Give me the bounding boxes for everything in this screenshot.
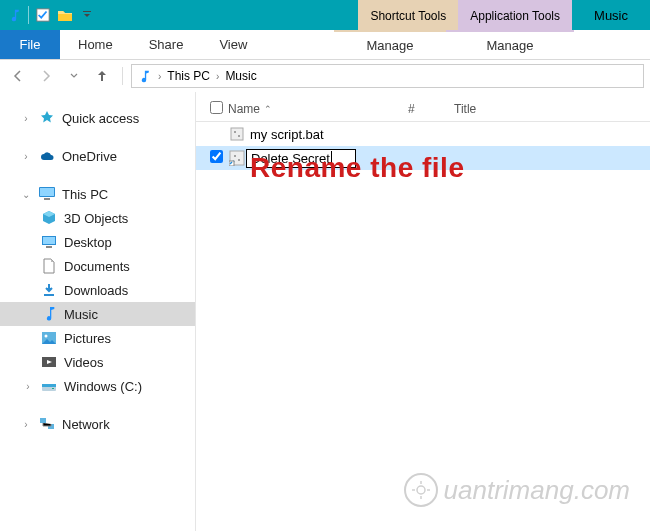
svg-rect-3 <box>40 188 54 196</box>
nav-network[interactable]: › Network <box>0 412 195 436</box>
music-folder-icon <box>136 68 152 84</box>
row-checkbox[interactable] <box>210 150 228 166</box>
chevron-right-icon[interactable]: › <box>156 71 163 82</box>
tab-home[interactable]: Home <box>60 30 131 59</box>
address-bar: › This PC › Music <box>0 60 650 92</box>
nav-quick-access[interactable]: › Quick access <box>0 106 195 130</box>
svg-point-21 <box>234 155 236 157</box>
svg-rect-8 <box>44 294 54 296</box>
nav-label: Downloads <box>64 283 128 298</box>
nav-downloads[interactable]: Downloads <box>0 278 195 302</box>
nav-label: Windows (C:) <box>64 379 142 394</box>
tab-manage-application[interactable]: Manage <box>446 30 574 59</box>
star-icon <box>38 109 56 127</box>
sort-ascending-icon: ⌃ <box>264 104 272 114</box>
nav-label: Videos <box>64 355 104 370</box>
nav-label: This PC <box>62 187 108 202</box>
nav-documents[interactable]: Documents <box>0 254 195 278</box>
checkbox-icon[interactable] <box>35 7 51 23</box>
breadcrumb[interactable]: › This PC › Music <box>131 64 644 88</box>
recent-locations-dropdown[interactable] <box>62 64 86 88</box>
breadcrumb-music[interactable]: Music <box>225 69 256 83</box>
desktop-icon <box>40 233 58 251</box>
picture-icon <box>40 329 58 347</box>
tab-view[interactable]: View <box>201 30 265 59</box>
nav-pictures[interactable]: Pictures <box>0 326 195 350</box>
navigation-pane: › Quick access › OneDrive ⌄ This PC <box>0 92 196 531</box>
nav-this-pc[interactable]: ⌄ This PC <box>0 182 195 206</box>
chevron-down-icon[interactable]: ⌄ <box>20 189 32 200</box>
chevron-right-icon[interactable]: › <box>22 381 34 392</box>
network-icon <box>38 415 56 433</box>
contextual-tab-headers: Shortcut Tools Application Tools Music <box>358 0 650 30</box>
chevron-right-icon[interactable]: › <box>214 71 221 82</box>
chevron-right-icon[interactable]: › <box>20 113 32 124</box>
column-number[interactable]: # <box>408 102 454 116</box>
video-icon <box>40 353 58 371</box>
ribbon: File Home Share View Manage Manage <box>0 30 650 60</box>
quick-access-toolbar <box>0 0 101 30</box>
svg-rect-1 <box>83 11 91 12</box>
document-icon <box>40 257 58 275</box>
application-tools-header: Application Tools <box>458 0 572 30</box>
nav-3d-objects[interactable]: 3D Objects <box>0 206 195 230</box>
svg-rect-6 <box>43 237 55 244</box>
file-name[interactable]: my script.bat <box>246 127 324 142</box>
back-button[interactable] <box>6 64 30 88</box>
column-name[interactable]: Name <box>228 102 260 116</box>
shortcut-file-icon <box>228 149 246 167</box>
nav-videos[interactable]: Videos <box>0 350 195 374</box>
annotation-text: Rename the file <box>250 152 464 184</box>
monitor-icon <box>38 185 56 203</box>
music-app-icon <box>6 7 22 23</box>
bat-file-icon <box>228 125 246 143</box>
title-bar: Shortcut Tools Application Tools Music <box>0 0 650 30</box>
watermark-text: uantrimang.com <box>444 475 630 506</box>
file-tab[interactable]: File <box>0 30 60 59</box>
nav-label: OneDrive <box>62 149 117 164</box>
nav-label: Quick access <box>62 111 139 126</box>
svg-rect-15 <box>40 418 46 423</box>
shortcut-tools-header: Shortcut Tools <box>358 0 458 30</box>
svg-point-24 <box>417 486 425 494</box>
svg-rect-17 <box>231 128 243 140</box>
nav-label: 3D Objects <box>64 211 128 226</box>
svg-rect-4 <box>44 198 50 200</box>
watermark-icon <box>404 473 438 507</box>
download-icon <box>40 281 58 299</box>
chevron-right-icon[interactable]: › <box>20 151 32 162</box>
file-row[interactable]: my script.bat <box>196 122 650 146</box>
qat-dropdown-icon[interactable] <box>79 7 95 23</box>
nav-label: Documents <box>64 259 130 274</box>
file-list-pane: Name ⌃ # Title my script.bat Delete Secr… <box>196 92 650 531</box>
nav-music[interactable]: Music <box>0 302 195 326</box>
music-note-icon <box>40 305 58 323</box>
nav-label: Music <box>64 307 98 322</box>
svg-rect-13 <box>42 384 56 387</box>
select-all-checkbox[interactable] <box>210 101 228 117</box>
chevron-right-icon[interactable]: › <box>20 419 32 430</box>
window-title: Music <box>572 0 650 30</box>
svg-point-22 <box>238 159 240 161</box>
svg-rect-7 <box>46 246 52 248</box>
column-headers[interactable]: Name ⌃ # Title <box>196 96 650 122</box>
svg-rect-14 <box>52 388 54 389</box>
svg-point-19 <box>238 135 240 137</box>
cube-icon <box>40 209 58 227</box>
forward-button[interactable] <box>34 64 58 88</box>
nav-desktop[interactable]: Desktop <box>0 230 195 254</box>
nav-drive-c[interactable]: › Windows (C:) <box>0 374 195 398</box>
watermark: uantrimang.com <box>404 473 630 507</box>
up-button[interactable] <box>90 64 114 88</box>
nav-label: Network <box>62 417 110 432</box>
cloud-icon <box>38 147 56 165</box>
tab-manage-shortcut[interactable]: Manage <box>334 30 446 59</box>
drive-icon <box>40 377 58 395</box>
column-title[interactable]: Title <box>454 102 534 116</box>
folder-icon[interactable] <box>57 7 73 23</box>
nav-label: Desktop <box>64 235 112 250</box>
svg-point-18 <box>234 131 236 133</box>
breadcrumb-this-pc[interactable]: This PC <box>167 69 210 83</box>
nav-onedrive[interactable]: › OneDrive <box>0 144 195 168</box>
tab-share[interactable]: Share <box>131 30 202 59</box>
